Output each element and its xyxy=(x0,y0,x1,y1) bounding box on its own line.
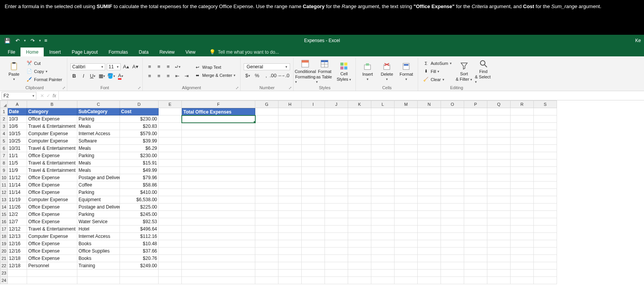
cell-D16[interactable]: $92.53 xyxy=(120,218,159,226)
cell-G3[interactable] xyxy=(255,123,278,130)
cell-P5[interactable] xyxy=(464,137,487,145)
tell-me-search[interactable]: 💡 Tell me what you want to do... xyxy=(206,47,282,56)
cell-K16[interactable] xyxy=(348,218,371,226)
cell-H16[interactable] xyxy=(278,218,302,226)
cell-J22[interactable] xyxy=(325,262,348,270)
row-header-2[interactable]: 2 xyxy=(0,115,8,123)
cell-M12[interactable] xyxy=(395,189,418,196)
number-launcher-icon[interactable]: ⤢ xyxy=(289,86,292,90)
cell-A8[interactable]: 11/5 xyxy=(8,159,27,167)
cell-C22[interactable]: Training xyxy=(77,262,120,270)
cell-F17[interactable] xyxy=(182,226,255,233)
cell-N19[interactable] xyxy=(418,240,441,248)
cell-K17[interactable] xyxy=(348,226,371,233)
cell-N15[interactable] xyxy=(418,211,441,218)
cell-M2[interactable] xyxy=(395,115,418,123)
cell-L19[interactable] xyxy=(371,240,395,248)
cell-C23[interactable] xyxy=(77,270,120,277)
clear-button[interactable]: 🧹Clear ▾ xyxy=(421,76,453,83)
cell-N20[interactable] xyxy=(418,248,441,255)
font-size-select[interactable]: 11▾ xyxy=(107,63,121,70)
row-header-1[interactable]: 1 xyxy=(0,108,8,115)
cell-F4[interactable] xyxy=(182,130,255,137)
cell-I22[interactable] xyxy=(302,262,325,270)
column-header-B[interactable]: B xyxy=(27,100,77,108)
increase-font-icon[interactable]: A▴ xyxy=(122,63,130,71)
cell-J5[interactable] xyxy=(325,137,348,145)
format-painter-button[interactable]: 🖌️Format Painter xyxy=(25,76,64,83)
cell-O24[interactable] xyxy=(441,277,464,284)
cell-I19[interactable] xyxy=(302,240,325,248)
cell-Q14[interactable] xyxy=(487,204,511,211)
cell-I10[interactable] xyxy=(302,174,325,181)
cell-I24[interactable] xyxy=(302,277,325,284)
cell-F16[interactable] xyxy=(182,218,255,226)
row-header-24[interactable]: 24 xyxy=(0,277,8,284)
cell-L14[interactable] xyxy=(371,204,395,211)
cell-D23[interactable] xyxy=(120,270,159,277)
cell-R7[interactable] xyxy=(511,152,534,159)
cell-I14[interactable] xyxy=(302,204,325,211)
cell-G20[interactable] xyxy=(255,248,278,255)
cell-N7[interactable] xyxy=(418,152,441,159)
cell-F9[interactable] xyxy=(182,167,255,174)
cell-R6[interactable] xyxy=(511,145,534,152)
cell-A20[interactable]: 12/16 xyxy=(8,248,27,255)
cell-J24[interactable] xyxy=(325,277,348,284)
cell-G5[interactable] xyxy=(255,137,278,145)
fx-icon[interactable]: fx xyxy=(53,93,56,98)
column-header-I[interactable]: I xyxy=(302,100,325,108)
cell-H4[interactable] xyxy=(278,130,302,137)
cell-C1[interactable]: SubCategory xyxy=(77,108,120,115)
cell-B10[interactable]: Office Expense xyxy=(27,174,77,181)
cell-M8[interactable] xyxy=(395,159,418,167)
cell-G24[interactable] xyxy=(255,277,278,284)
cell-R18[interactable] xyxy=(511,233,534,240)
cell-H21[interactable] xyxy=(278,255,302,262)
cell-S10[interactable] xyxy=(534,174,557,181)
cell-L15[interactable] xyxy=(371,211,395,218)
cell-L21[interactable] xyxy=(371,255,395,262)
cell-S17[interactable] xyxy=(534,226,557,233)
cell-A17[interactable]: 12/12 xyxy=(8,226,27,233)
cell-D2[interactable]: $230.00 xyxy=(120,115,159,123)
cell-F1[interactable]: Total Office Expenses xyxy=(182,108,255,115)
cell-L10[interactable] xyxy=(371,174,395,181)
cell-B13[interactable]: Computer Expense xyxy=(27,196,77,204)
cell-F21[interactable] xyxy=(182,255,255,262)
cell-I16[interactable] xyxy=(302,218,325,226)
cell-F11[interactable] xyxy=(182,181,255,189)
cell-L7[interactable] xyxy=(371,152,395,159)
cell-A5[interactable]: 10/25 xyxy=(8,137,27,145)
cell-E20[interactable] xyxy=(159,248,182,255)
cell-P7[interactable] xyxy=(464,152,487,159)
cell-M13[interactable] xyxy=(395,196,418,204)
cell-L17[interactable] xyxy=(371,226,395,233)
cell-O1[interactable] xyxy=(441,108,464,115)
cell-K5[interactable] xyxy=(348,137,371,145)
cell-P1[interactable] xyxy=(464,108,487,115)
cell-I4[interactable] xyxy=(302,130,325,137)
cell-R15[interactable] xyxy=(511,211,534,218)
cell-R19[interactable] xyxy=(511,240,534,248)
cell-N1[interactable] xyxy=(418,108,441,115)
tab-page-layout[interactable]: Page Layout xyxy=(66,47,103,56)
cell-C17[interactable]: Hotel xyxy=(77,226,120,233)
cell-M19[interactable] xyxy=(395,240,418,248)
cell-N6[interactable] xyxy=(418,145,441,152)
row-header-4[interactable]: 4 xyxy=(0,130,8,137)
cell-A4[interactable]: 10/15 xyxy=(8,130,27,137)
cell-L24[interactable] xyxy=(371,277,395,284)
cell-P20[interactable] xyxy=(464,248,487,255)
cell-L13[interactable] xyxy=(371,196,395,204)
cell-S21[interactable] xyxy=(534,255,557,262)
cell-M3[interactable] xyxy=(395,123,418,130)
alignment-launcher-icon[interactable]: ⤢ xyxy=(236,86,239,90)
cell-G9[interactable] xyxy=(255,167,278,174)
cell-A3[interactable]: 10/6 xyxy=(8,123,27,130)
cell-J11[interactable] xyxy=(325,181,348,189)
cell-J16[interactable] xyxy=(325,218,348,226)
cell-S14[interactable] xyxy=(534,204,557,211)
cell-J19[interactable] xyxy=(325,240,348,248)
cell-H7[interactable] xyxy=(278,152,302,159)
